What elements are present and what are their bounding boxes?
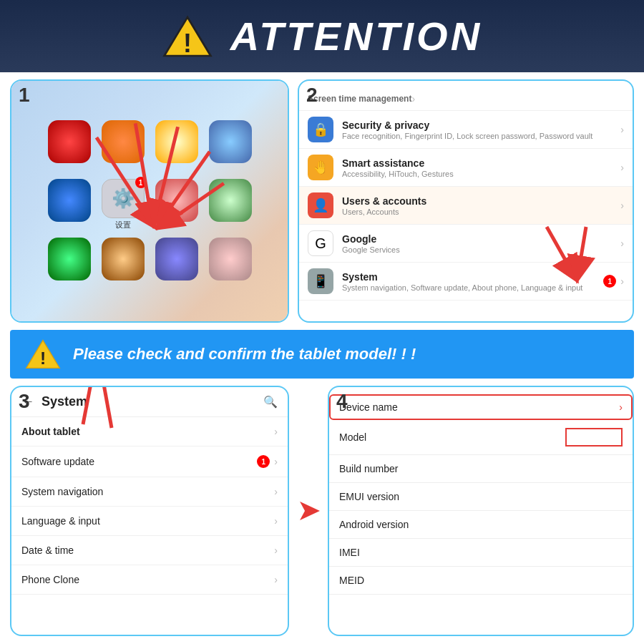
build-number-label: Build number bbox=[339, 463, 623, 474]
datetime-item[interactable]: Date & time › bbox=[11, 536, 288, 565]
top-row: 1 ⚙️ 1 设置 bbox=[10, 79, 634, 323]
header: ! ATTENTION bbox=[0, 0, 644, 72]
app-icon-5 bbox=[46, 179, 92, 230]
settings-google[interactable]: G Google Google Services › bbox=[299, 225, 633, 263]
app-icon-8 bbox=[207, 179, 253, 230]
language-chevron: › bbox=[274, 515, 278, 527]
smart-icon: 🤚 bbox=[308, 155, 333, 180]
main-content: 1 ⚙️ 1 设置 bbox=[0, 72, 644, 643]
security-text: Security & privacy Face recognition, Fin… bbox=[342, 119, 620, 140]
bottom-row: 3 ← System 🔍 About tablet › bbox=[10, 386, 634, 636]
warning-icon: ! bbox=[162, 14, 213, 59]
panel-step1: 1 ⚙️ 1 设置 bbox=[10, 79, 289, 323]
app-icon-3 bbox=[153, 120, 200, 172]
settings-system[interactable]: 📱 System System navigation, Software upd… bbox=[299, 263, 633, 301]
google-sub: Google Services bbox=[342, 245, 620, 254]
model-item[interactable]: Model bbox=[329, 420, 633, 455]
phone-screen: ⚙️ 1 设置 bbox=[11, 81, 288, 321]
app-icon-7 bbox=[153, 179, 200, 230]
language-label: Language & input bbox=[21, 515, 274, 527]
app-icon-settings: ⚙️ 1 设置 bbox=[99, 179, 146, 230]
about-tablet-label: About tablet bbox=[21, 426, 274, 437]
build-number-item[interactable]: Build number bbox=[329, 455, 633, 483]
users-sub: Users, Accounts bbox=[342, 208, 620, 216]
screen-time-item: Screen time management › bbox=[299, 87, 633, 111]
panel-step4: 4 Device name › Model Build number bbox=[328, 386, 634, 636]
device-name-label: Device name bbox=[339, 401, 619, 413]
settings-label: 设置 bbox=[115, 220, 131, 230]
banner-warning-icon: ! bbox=[24, 338, 62, 370]
system-text: System System navigation, Software updat… bbox=[342, 271, 603, 292]
imei-item[interactable]: IMEI bbox=[329, 539, 633, 567]
device-name-item[interactable]: Device name › bbox=[329, 394, 633, 420]
emui-item[interactable]: EMUI version bbox=[329, 483, 633, 511]
system-title: System bbox=[42, 394, 256, 409]
smart-text: Smart assistance Accessibility, HiTouch,… bbox=[342, 157, 620, 178]
right-arrow-icon: ➤ bbox=[298, 496, 319, 526]
language-item[interactable]: Language & input › bbox=[11, 507, 288, 536]
security-title: Security & privacy bbox=[342, 119, 620, 131]
app-icon-11 bbox=[153, 238, 200, 289]
emui-label: EMUI version bbox=[339, 491, 623, 502]
meid-item[interactable]: MEID bbox=[329, 567, 633, 595]
users-text: Users & accounts Users, Accounts bbox=[342, 195, 620, 216]
google-text: Google Google Services bbox=[342, 233, 620, 254]
phone-clone-label: Phone Clone bbox=[21, 574, 274, 585]
app-icon-10 bbox=[99, 238, 146, 289]
arrow-between-panels: ➤ bbox=[298, 386, 319, 636]
svg-text:!: ! bbox=[40, 348, 46, 368]
app-icon-2 bbox=[99, 120, 146, 172]
security-icon: 🔒 bbox=[308, 117, 333, 142]
step4-number: 4 bbox=[336, 391, 348, 411]
security-chevron: › bbox=[620, 124, 624, 135]
smart-sub: Accessibility, HiTouch, Gestures bbox=[342, 170, 620, 178]
system-nav-chevron: › bbox=[274, 486, 278, 497]
system-sub: System navigation, Software update, Abou… bbox=[342, 283, 603, 292]
screen-time-label: Screen time management bbox=[308, 94, 411, 104]
search-icon[interactable]: 🔍 bbox=[263, 395, 278, 409]
system-nav-label: System navigation bbox=[21, 486, 274, 497]
system-icon: 📱 bbox=[308, 268, 333, 294]
users-title: Users & accounts bbox=[342, 195, 620, 207]
panel-step3: 3 ← System 🔍 About tablet › bbox=[10, 386, 289, 636]
phone-clone-item[interactable]: Phone Clone › bbox=[11, 565, 288, 595]
system-header: ← System 🔍 bbox=[11, 387, 288, 417]
google-title: Google bbox=[342, 233, 620, 245]
settings-smart[interactable]: 🤚 Smart assistance Accessibility, HiTouc… bbox=[299, 149, 633, 187]
step2-number: 2 bbox=[306, 85, 318, 105]
settings-users[interactable]: 👤 Users & accounts Users, Accounts › bbox=[299, 187, 633, 225]
system-nav-item[interactable]: System navigation › bbox=[11, 477, 288, 507]
datetime-label: Date & time bbox=[21, 545, 274, 556]
system-chevron: › bbox=[620, 275, 624, 287]
android-item[interactable]: Android version bbox=[329, 511, 633, 539]
banner-text: Please check and confirm the tablet mode… bbox=[73, 345, 416, 364]
software-update-item[interactable]: Software update 1 › bbox=[11, 447, 288, 477]
model-label: Model bbox=[339, 431, 565, 443]
android-label: Android version bbox=[339, 519, 623, 530]
device-info-list: Device name › Model Build number EMUI ve… bbox=[329, 387, 633, 595]
attention-banner: ! Please check and confirm the tablet mo… bbox=[10, 330, 634, 379]
model-value-box bbox=[565, 428, 623, 447]
page-title: ATTENTION bbox=[230, 13, 482, 59]
datetime-chevron: › bbox=[274, 545, 278, 556]
device-name-chevron: › bbox=[619, 401, 623, 413]
app-icon-1 bbox=[46, 120, 92, 172]
step1-number: 1 bbox=[19, 85, 30, 105]
smart-chevron: › bbox=[620, 162, 624, 173]
users-icon: 👤 bbox=[308, 192, 333, 218]
about-tablet-item[interactable]: About tablet › bbox=[11, 417, 288, 447]
phone-clone-chevron: › bbox=[274, 574, 278, 585]
smart-title: Smart assistance bbox=[342, 157, 620, 169]
screen-time-chevron: › bbox=[411, 93, 415, 104]
app-icon-4 bbox=[207, 120, 253, 172]
system-badge: 1 bbox=[603, 275, 616, 288]
system-title: System bbox=[342, 271, 603, 283]
meid-label: MEID bbox=[339, 575, 623, 586]
software-badge: 1 bbox=[257, 455, 270, 468]
app-icon-9 bbox=[46, 238, 92, 289]
software-chevron: › bbox=[274, 456, 278, 467]
google-chevron: › bbox=[620, 238, 624, 249]
users-chevron: › bbox=[620, 200, 624, 211]
settings-security[interactable]: 🔒 Security & privacy Face recognition, F… bbox=[299, 111, 633, 149]
security-sub: Face recognition, Fingerprint ID, Lock s… bbox=[342, 132, 620, 140]
